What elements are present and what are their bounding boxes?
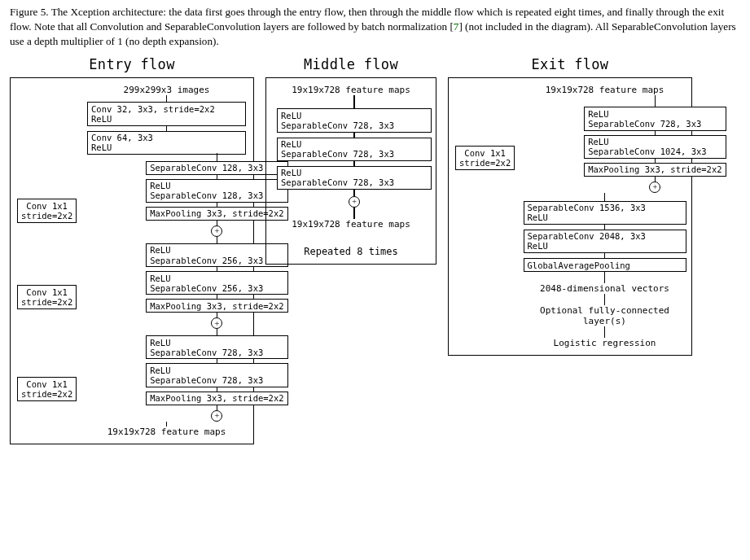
exit-tail-0: SeparableConv 1536, 3x3 ReLU [524,201,686,225]
middle-frame: 19x19x728 feature maps ReLU SeparableCon… [265,77,436,264]
entry-output: 19x19x728 feature maps [107,427,226,437]
add-icon: + [211,317,222,329]
middle-l0: ReLU SeparableConv 728, 3x3 [277,108,432,132]
middle-note: Repeated 8 times [304,246,398,257]
exit-b1-l0: ReLU SeparableConv 728, 3x3 [584,107,726,130]
exit-b1-l1: ReLU SeparableConv 1024, 3x3 [584,135,726,159]
exit-out1: 2048-dimensional vectors [540,283,669,294]
add-icon: + [211,410,222,422]
exit-out2: Optional fully-connected layer(s) [540,305,669,326]
middle-input: 19x19x728 feature maps [292,85,410,95]
exit-title: Exit flow [448,56,692,72]
entry-b1-side: Conv 1x1 stride=2x2 [17,199,77,223]
exit-flow-column: Exit flow 19x19x728 feature maps Conv 1x… [448,55,692,356]
entry-frame: 299x299x3 images Conv 32, 3x3, stride=2x… [10,77,254,444]
add-icon: + [211,225,222,237]
exit-frame: 19x19x728 feature maps Conv 1x1 stride=2… [448,77,692,356]
entry-b2-l1: ReLU SeparableConv 256, 3x3 [146,271,287,295]
add-icon: + [349,196,360,208]
entry-b3-l1: ReLU SeparableConv 728, 3x3 [146,363,287,387]
entry-b3-l2: MaxPooling 3x3, stride=2x2 [146,392,287,405]
figure-caption: Figure 5. The Xception architecture: the… [10,5,740,48]
entry-b3-l0: ReLU SeparableConv 728, 3x3 [146,335,287,359]
entry-b2-l2: MaxPooling 3x3, stride=2x2 [146,299,287,313]
exit-b1-l2: MaxPooling 3x3, stride=2x2 [584,163,726,177]
entry-b2-side: Conv 1x1 stride=2x2 [17,285,77,309]
exit-tail-2: GlobalAveragePooling [524,258,686,272]
architecture-diagram: Entry flow 299x299x3 images Conv 32, 3x3… [10,55,740,444]
entry-title: Entry flow [10,56,254,72]
exit-b1-side: Conv 1x1 stride=2x2 [455,146,515,170]
exit-input: 19x19x728 feature maps [546,85,664,95]
entry-input: 299x299x3 images [124,85,210,95]
entry-b3-side: Conv 1x1 stride=2x2 [17,377,77,401]
middle-title: Middle flow [265,56,436,72]
entry-flow-column: Entry flow 299x299x3 images Conv 32, 3x3… [10,55,254,444]
entry-stem-0: Conv 32, 3x3, stride=2x2 ReLU [87,102,246,125]
middle-output: 19x19x728 feature maps [292,219,410,230]
add-icon: + [649,182,660,193]
exit-out3: Logistic regression [554,338,656,348]
middle-l1: ReLU SeparableConv 728, 3x3 [277,138,432,161]
middle-l2: ReLU SeparableConv 728, 3x3 [277,166,432,190]
exit-tail-1: SeparableConv 2048, 3x3 ReLU [524,230,686,253]
entry-stem-1: Conv 64, 3x3 ReLU [87,131,246,155]
middle-flow-column: Middle flow 19x19x728 feature maps ReLU … [265,55,436,264]
